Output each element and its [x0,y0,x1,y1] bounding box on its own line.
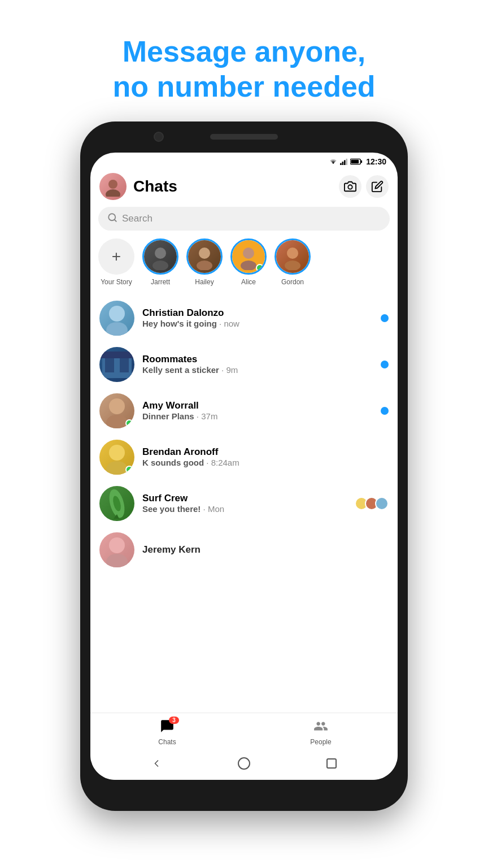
svg-point-14 [199,248,210,259]
chat-info-jeremy-kern: Jeremy Kern [142,544,389,555]
home-button[interactable] [236,755,252,772]
svg-point-20 [109,306,125,322]
svg-rect-0 [340,163,342,164]
back-button[interactable] [148,755,165,772]
chat-info-brendan-aronoff: Brendan Aronoff K sounds good · 8:24am [142,446,389,467]
avatar-jeremy-kern [99,532,134,567]
app-header: Chats [90,168,398,207]
svg-rect-23 [105,358,114,372]
wifi-icon [329,158,338,165]
chat-preview-amy-worrall: Dinner Plans · 37m [142,411,376,421]
svg-point-27 [106,415,128,428]
status-bar: 12:30 [90,153,398,168]
svg-point-8 [106,189,120,197]
chat-item-jeremy-kern[interactable]: Jeremy Kern [90,527,398,573]
svg-point-13 [152,261,168,270]
chat-info-roommates: Roommates Kelly sent a sticker · 9m [142,354,376,375]
stories-row: + Your Story Jarrett [90,238,398,295]
svg-rect-3 [346,159,348,165]
self-avatar[interactable] [99,173,127,200]
chat-item-roommates[interactable]: Roommates Kelly sent a sticker · 9m [90,341,398,388]
chats-nav-icon-wrap: 3 [160,719,175,736]
chat-name-amy-worrall: Amy Worrall [142,400,376,411]
svg-line-11 [114,219,116,221]
svg-point-17 [241,261,256,270]
story-item-jarrett[interactable]: Jarrett [142,238,178,286]
search-bar[interactable]: Search [98,207,390,231]
status-icons [329,158,363,165]
svg-point-28 [109,445,125,461]
story-label-hailey: Hailey [195,278,213,286]
avatar-amy-worrall [99,393,134,428]
status-time: 12:30 [366,157,386,166]
svg-rect-2 [344,160,346,165]
phone-camera [154,132,164,142]
svg-rect-1 [342,162,344,165]
phone-device: 12:30 Chats [80,121,408,811]
story-label-alice: Alice [241,278,256,286]
svg-point-9 [348,185,352,189]
avatar-christian-dalonzo [99,301,134,336]
svg-point-18 [287,248,298,259]
online-indicator-alice [256,264,264,272]
battery-icon [350,158,363,165]
chat-info-christian-dalonzo: Christian Dalonzo Hey how's it going · n… [142,307,376,328]
svg-point-21 [106,322,128,336]
chat-info-amy-worrall: Amy Worrall Dinner Plans · 37m [142,400,376,421]
chat-item-amy-worrall[interactable]: Amy Worrall Dinner Plans · 37m [90,388,398,434]
chat-info-surf-crew: Surf Crew See you there! · Mon [142,493,350,514]
story-avatar-gordon [274,238,311,275]
story-label-gordon: Gordon [281,278,304,286]
chat-name-jeremy-kern: Jeremy Kern [142,544,389,555]
story-avatar-hailey [186,238,223,275]
story-item-alice[interactable]: Alice [230,238,267,286]
people-nav-icon [313,719,328,734]
chat-name-brendan-aronoff: Brendan Aronoff [142,446,389,458]
svg-rect-24 [120,358,129,372]
signal-icon [340,158,348,165]
hero-title: Message anyone, no number needed [112,34,375,105]
app-title: Chats [133,177,334,196]
svg-rect-5 [361,160,363,163]
chat-preview-surf-crew: See you there! · Mon [142,504,350,514]
compose-button[interactable] [366,175,389,198]
chat-preview-roommates: Kelly sent a sticker · 9m [142,365,376,375]
add-story-button[interactable]: + [98,238,134,275]
online-indicator-amy [125,419,133,427]
chats-nav-label: Chats [158,738,176,746]
svg-point-16 [243,248,254,259]
chat-item-christian-dalonzo[interactable]: Christian Dalonzo Hey how's it going · n… [90,295,398,341]
svg-point-29 [106,461,128,475]
online-indicator-brendan [125,466,133,474]
chat-preview-brendan-aronoff: K sounds good · 8:24am [142,458,389,467]
svg-rect-6 [351,160,359,163]
chat-name-surf-crew: Surf Crew [142,493,350,504]
hero-line1: Message anyone, [123,35,366,68]
chat-name-christian-dalonzo: Christian Dalonzo [142,307,376,319]
search-icon [107,212,117,225]
svg-point-33 [109,537,125,553]
story-item-gordon[interactable]: Gordon [274,238,311,286]
camera-button[interactable] [339,175,361,198]
chat-item-brendan-aronoff[interactable]: Brendan Aronoff K sounds good · 8:24am [90,434,398,480]
story-avatar-alice [230,238,267,275]
story-item-your-story[interactable]: + Your Story [98,238,134,286]
story-item-hailey[interactable]: Hailey [186,238,223,286]
recents-button[interactable] [323,755,340,772]
chat-name-roommates: Roommates [142,354,376,365]
chat-item-surf-crew[interactable]: Surf Crew See you there! · Mon [90,480,398,527]
search-placeholder: Search [122,213,152,224]
nav-item-chats[interactable]: 3 Chats [90,713,244,750]
unread-indicator-roommates [381,361,389,368]
avatar-roommates [99,347,134,382]
avatar-brendan-aronoff [99,440,134,475]
unread-indicator-christian-dalonzo [381,314,389,322]
svg-point-34 [106,554,128,567]
chat-preview-christian-dalonzo: Hey how's it going · now [142,319,376,328]
svg-point-19 [285,261,300,270]
hero-section: Message anyone, no number needed [112,0,375,121]
hero-line2: no number needed [112,70,375,103]
nav-item-people[interactable]: People [244,713,398,750]
story-avatar-jarrett [142,238,178,275]
unread-indicator-amy-worrall [381,407,389,415]
